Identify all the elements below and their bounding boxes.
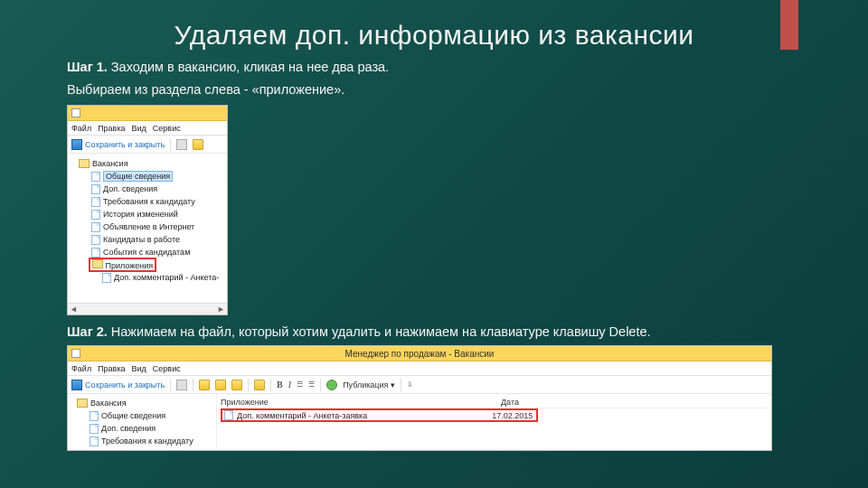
- scroll-left-icon[interactable]: ◄: [70, 305, 78, 314]
- col-date[interactable]: Дата: [501, 398, 519, 407]
- menu-view[interactable]: Вид: [132, 364, 146, 373]
- menu-view[interactable]: Вид: [132, 124, 146, 133]
- col-name[interactable]: Приложение: [221, 398, 501, 407]
- tree-item-highlighted[interactable]: Приложения: [71, 258, 225, 271]
- step1-line2: Выбираем из раздела слева - «приложение»…: [67, 80, 801, 99]
- print-icon[interactable]: [176, 380, 187, 390]
- file-row[interactable]: Доп. комментарий - Анкета-заявка 17.02.2…: [221, 408, 768, 422]
- menu-file[interactable]: Файл: [71, 124, 91, 133]
- doc-icon: [224, 410, 233, 420]
- separator: [248, 379, 249, 391]
- step2-label: Шаг 2.: [67, 324, 108, 339]
- file-date: 17.02.2015: [492, 411, 533, 420]
- screenshot-2: Менеджер по продажам - Вакансии Файл Пра…: [67, 345, 772, 451]
- doc-icon: [91, 197, 100, 207]
- save-close-button[interactable]: Сохранить и закрыть: [71, 380, 165, 390]
- menu-edit[interactable]: Правка: [98, 364, 125, 373]
- folder-icon: [79, 159, 90, 168]
- tree-item-label: Приложения: [106, 261, 154, 270]
- doc-icon: [91, 172, 100, 182]
- step2-line: Шаг 2. Нажимаем на файл, который хотим у…: [67, 323, 801, 342]
- file-highlight: Доп. комментарий - Анкета-заявка 17.02.2…: [221, 408, 538, 422]
- folder-icon: [92, 259, 103, 268]
- folder-icon: [77, 399, 88, 408]
- scroll-right-icon[interactable]: ►: [217, 305, 225, 314]
- save-close-label: Сохранить и закрыть: [85, 380, 165, 389]
- tree-item-label: Доп. комментарий - Анкета-: [114, 273, 219, 282]
- publish-button[interactable]: Публикация ▾: [343, 380, 395, 389]
- doc-icon: [91, 184, 100, 194]
- tree-item-label: Доп. сведения: [101, 424, 156, 433]
- file-panel: Приложение Дата Доп. комментарий - Анкет…: [217, 394, 771, 450]
- separator: [170, 379, 171, 391]
- tree-item[interactable]: Общие сведения: [70, 409, 214, 422]
- tree-item[interactable]: Требования к кандидату: [71, 195, 225, 208]
- menu-service[interactable]: Сервис: [153, 364, 181, 373]
- step1-text-a: Заходим в вакансию, кликая на нее два ра…: [108, 60, 389, 74]
- print-icon[interactable]: [176, 139, 187, 150]
- menubar-1: Файл Правка Вид Сервис: [68, 121, 227, 136]
- tool-icon-2[interactable]: [215, 380, 226, 390]
- disk-icon: [71, 139, 82, 150]
- separator: [193, 379, 193, 391]
- tree-root[interactable]: Вакансия: [71, 157, 225, 170]
- tool-icon-3[interactable]: [231, 380, 242, 390]
- tree-item[interactable]: События с кандидатам: [71, 246, 225, 258]
- app-icon: [71, 349, 80, 358]
- globe-icon: [326, 380, 337, 390]
- tree-item[interactable]: История изменений: [71, 208, 225, 221]
- save-close-button[interactable]: Сохранить и закрыть: [71, 139, 165, 150]
- menu-service[interactable]: Сервис: [153, 124, 181, 133]
- titlebar-2: Менеджер по продажам - Вакансии: [68, 346, 771, 361]
- doc-icon: [90, 436, 99, 446]
- tree-item[interactable]: Доп. сведения: [70, 422, 214, 435]
- tree-item[interactable]: Общие сведения: [71, 170, 225, 183]
- accent-bar: [780, 0, 798, 50]
- file-name: Доп. комментарий - Анкета-заявка: [237, 411, 367, 420]
- tree-item[interactable]: Требования к кандидату: [70, 435, 214, 447]
- italic-button[interactable]: I: [288, 380, 291, 389]
- tree-root-label: Вакансия: [90, 399, 127, 408]
- scrollbar-horizontal[interactable]: ◄►: [68, 303, 227, 314]
- tree-item[interactable]: Доп. сведения: [71, 183, 225, 195]
- step2-text: Нажимаем на файл, который хотим удалить …: [108, 324, 651, 339]
- tree-item-label: Доп. сведения: [103, 184, 157, 193]
- menu-edit[interactable]: Правка: [98, 124, 125, 133]
- doc-icon: [102, 273, 111, 283]
- tree-item[interactable]: Доп. комментарий - Анкета-: [71, 271, 225, 284]
- tool-icon-4[interactable]: [254, 380, 265, 390]
- list-icon[interactable]: ☰: [297, 380, 303, 389]
- tree-item-label: Требования к кандидату: [101, 436, 193, 446]
- titlebar-1: [68, 106, 227, 121]
- disk-icon: [71, 380, 82, 390]
- save-close-label: Сохранить и закрыть: [85, 140, 165, 149]
- tree-item-label: Общие сведения: [101, 411, 165, 420]
- tree-root-label: Вакансия: [92, 159, 128, 168]
- tool-icon-1[interactable]: [199, 380, 210, 390]
- tree-item[interactable]: Кандидаты в работе: [71, 233, 225, 246]
- doc-icon: [91, 210, 100, 220]
- tool-icon[interactable]: [193, 139, 203, 150]
- doc-icon: [90, 411, 99, 421]
- window-title: Менеджер по продажам - Вакансии: [345, 349, 495, 359]
- down-icon[interactable]: ⇩: [407, 380, 413, 389]
- tree-item-label: Кандидаты в работе: [103, 235, 180, 244]
- separator: [401, 379, 401, 391]
- step1-line1: Шаг 1. Заходим в вакансию, кликая на нее…: [67, 58, 801, 77]
- slide-title: Удаляем доп. информацию из вакансии: [67, 20, 801, 51]
- menubar-2: Файл Правка Вид Сервис: [68, 361, 771, 376]
- toolbar-1: Сохранить и закрыть: [68, 136, 227, 154]
- separator: [320, 379, 321, 391]
- step1-label: Шаг 1.: [67, 60, 108, 74]
- list-icon-2[interactable]: ☰: [308, 380, 315, 389]
- doc-icon: [90, 424, 99, 434]
- tree-item[interactable]: Объявление в Интернет: [71, 221, 225, 233]
- tree-item-label: История изменений: [103, 210, 178, 219]
- tree-item-label: Объявление в Интернет: [103, 222, 194, 231]
- tree-item-label: Общие сведения: [103, 171, 173, 182]
- menu-file[interactable]: Файл: [71, 364, 91, 373]
- tree-root[interactable]: Вакансия: [70, 397, 214, 409]
- bold-button[interactable]: B: [277, 380, 283, 389]
- separator: [270, 379, 271, 391]
- tree-item-label: Требования к кандидату: [103, 197, 195, 206]
